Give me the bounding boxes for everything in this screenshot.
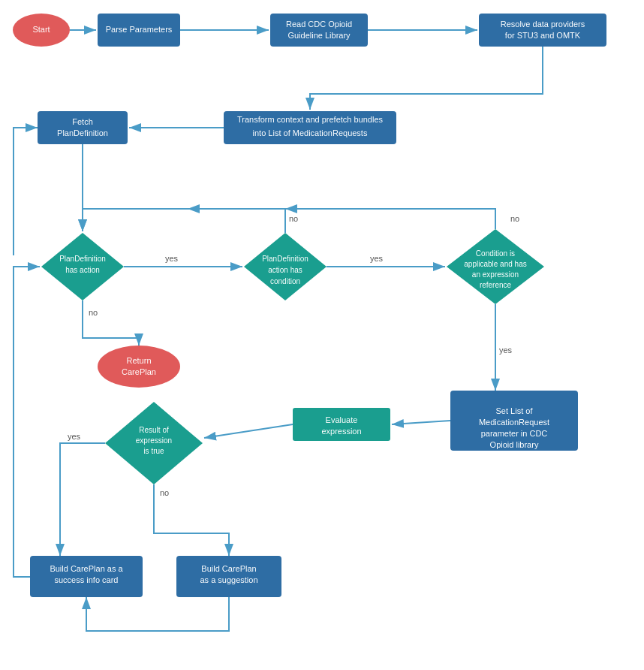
arrow-set-evaluate bbox=[392, 421, 450, 424]
arrow-applicable-no-back bbox=[285, 209, 495, 229]
yes-label-4: yes bbox=[68, 432, 81, 441]
arrow-evaluate-result bbox=[204, 424, 293, 438]
svg-text:action has: action has bbox=[268, 266, 302, 274]
svg-text:Condition is: Condition is bbox=[476, 249, 515, 258]
read-cdc-label: Read CDC Opioid bbox=[286, 20, 352, 29]
parse-label: Parse Parameters bbox=[106, 25, 173, 34]
svg-text:as a suggestion: as a suggestion bbox=[200, 575, 257, 584]
arrow-result-yes bbox=[60, 443, 105, 556]
svg-text:into List of MedicationRequest: into List of MedicationRequests bbox=[253, 128, 368, 137]
back-arrow-bottom bbox=[86, 597, 229, 631]
svg-text:Return: Return bbox=[126, 356, 151, 365]
svg-text:PlanDefinition: PlanDefinition bbox=[57, 128, 108, 137]
svg-text:parameter in CDC: parameter in CDC bbox=[481, 429, 548, 438]
svg-text:PlanDefinition: PlanDefinition bbox=[59, 255, 106, 263]
svg-text:Guideline Library: Guideline Library bbox=[287, 31, 351, 40]
svg-text:reference: reference bbox=[480, 281, 512, 289]
svg-text:Evaluate: Evaluate bbox=[326, 415, 358, 424]
svg-text:MedicationRequest: MedicationRequest bbox=[479, 418, 549, 427]
svg-text:condition: condition bbox=[270, 277, 300, 285]
svg-text:applicable and has: applicable and has bbox=[464, 260, 526, 268]
no-label-2: no bbox=[289, 214, 298, 223]
svg-text:Opioid library: Opioid library bbox=[490, 440, 539, 449]
start-label: Start bbox=[32, 25, 50, 34]
arrow-success-loop bbox=[14, 267, 40, 577]
yes-label-3: yes bbox=[499, 346, 513, 355]
svg-text:expression: expression bbox=[136, 436, 172, 445]
diagram-container: Start Parse Parameters Read CDC Opioid G… bbox=[0, 0, 644, 670]
svg-text:expression: expression bbox=[321, 427, 361, 436]
svg-text:has action: has action bbox=[65, 266, 100, 274]
svg-text:an expression: an expression bbox=[472, 270, 519, 279]
arrow-resolve-transform bbox=[310, 47, 543, 110]
arrow-condition-no-back bbox=[83, 209, 285, 233]
svg-text:is true: is true bbox=[143, 447, 164, 455]
svg-text:Fetch: Fetch bbox=[72, 117, 93, 126]
no-label-4: no bbox=[160, 488, 169, 497]
no-label-1: no bbox=[89, 308, 98, 317]
left-loop-arrow bbox=[14, 128, 38, 255]
svg-text:CarePlan: CarePlan bbox=[122, 367, 156, 376]
svg-text:PlanDefinition: PlanDefinition bbox=[262, 255, 308, 263]
svg-text:Set List of: Set List of bbox=[496, 406, 534, 415]
svg-text:Transform context and prefetch: Transform context and prefetch bundles bbox=[237, 115, 384, 124]
no-label-3: no bbox=[510, 214, 519, 223]
svg-text:Resolve data providers: Resolve data providers bbox=[501, 20, 585, 29]
yes-label-1: yes bbox=[165, 254, 179, 263]
arrow-plan-action-no bbox=[83, 300, 139, 346]
svg-text:Result of: Result of bbox=[139, 426, 169, 434]
svg-text:for STU3 and OMTK: for STU3 and OMTK bbox=[505, 31, 581, 40]
evaluate-node bbox=[293, 408, 390, 441]
svg-text:success info card: success info card bbox=[55, 575, 119, 584]
yes-label-2: yes bbox=[370, 254, 384, 263]
svg-text:Build CarePlan: Build CarePlan bbox=[201, 564, 256, 573]
svg-text:Build CarePlan as a: Build CarePlan as a bbox=[50, 564, 123, 573]
